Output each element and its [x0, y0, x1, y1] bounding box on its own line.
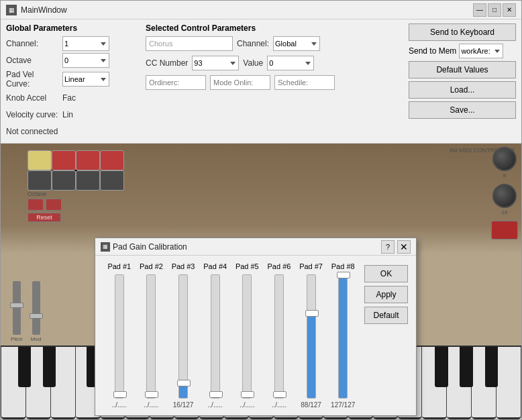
- pad4-label: Pad #4: [199, 262, 231, 270]
- knob-accel-row: Knob Accel Fac: [6, 91, 140, 105]
- default-button[interactable]: Default: [364, 307, 408, 324]
- pad3-slider[interactable]: [178, 274, 188, 399]
- right-action-buttons: Send to Keyboard Send to Mem workAre: De…: [409, 23, 516, 139]
- pad5-label: Pad #5: [231, 262, 264, 270]
- ok-button[interactable]: OK: [364, 265, 408, 282]
- pad7-slider[interactable]: [307, 274, 316, 399]
- send-to-mem-row: Send to Mem workAre:: [409, 44, 516, 58]
- pad7-value: 88/127: [301, 401, 321, 409]
- dialog-action-buttons: OK Apply Default: [364, 262, 408, 409]
- pad-sliders-section: Pad #1 Pad #2 Pad #3 Pad #4 Pad #5 Pad #…: [103, 262, 359, 409]
- pad5-slider-col: ../.....: [231, 274, 264, 409]
- pad2-slider-col: ../.....: [136, 274, 168, 409]
- pad1-slider[interactable]: [115, 274, 124, 399]
- top-panel: Global Parameters Channel: 123 Octave 01…: [1, 19, 521, 144]
- dialog-icon: ▦: [101, 242, 110, 252]
- pad3-slider-col: 16/127: [167, 274, 199, 409]
- velocity-row: Velocity curve: Lin: [6, 107, 140, 122]
- selected-control-title: Selected Control Parameters: [146, 23, 403, 33]
- mode-online-input[interactable]: [210, 75, 270, 90]
- velocity-label: Velocity curve:: [6, 110, 60, 119]
- pad6-value: ../.....: [272, 401, 286, 409]
- send-to-mem-select[interactable]: workAre:: [459, 44, 503, 58]
- content-area: Global Parameters Channel: 123 Octave 01…: [1, 19, 521, 419]
- value-label: Value: [243, 58, 263, 68]
- channel-sc-select[interactable]: Global1: [273, 36, 320, 51]
- pad3-value: 16/127: [173, 401, 194, 409]
- app-icon: ▦: [6, 5, 17, 15]
- pad-gain-dialog: ▦ Pad Gain Calibration ? ✕ Pad #1 Pad #2: [95, 238, 417, 416]
- pad2-value: ../.....: [144, 401, 158, 409]
- pad8-slider[interactable]: [338, 274, 348, 399]
- pad8-value: 127/127: [331, 401, 355, 409]
- pad3-label: Pad #3: [167, 262, 199, 270]
- pad8-slider-col: 127/127: [327, 274, 359, 409]
- window-controls: — □ ✕: [473, 3, 516, 17]
- apply-button[interactable]: Apply: [364, 286, 408, 303]
- pad-labels-row: Pad #1 Pad #2 Pad #3 Pad #4 Pad #5 Pad #…: [103, 262, 359, 270]
- channel-label: Channel:: [6, 39, 60, 48]
- dialog-title-bar: ▦ Pad Gain Calibration ? ✕: [95, 238, 416, 256]
- send-to-keyboard-button[interactable]: Send to Keyboard: [409, 23, 516, 41]
- selected-control-params: Selected Control Parameters Channel: Glo…: [146, 23, 403, 139]
- pad5-value: ../.....: [240, 401, 254, 409]
- connection-status: Not connected: [6, 127, 58, 136]
- ordinerc-input[interactable]: [146, 75, 206, 90]
- dialog-overlay: ▦ Pad Gain Calibration ? ✕ Pad #1 Pad #2: [1, 144, 521, 419]
- sliders-container: ../..... ../.....: [103, 274, 359, 409]
- control-name-row: Channel: Global1: [146, 36, 403, 51]
- dialog-content: Pad #1 Pad #2 Pad #3 Pad #4 Pad #5 Pad #…: [95, 256, 416, 415]
- pad2-label: Pad #2: [136, 262, 168, 270]
- knob-accel-value: Fac: [62, 93, 76, 103]
- main-body: Pedal WORLDE® Octave: [1, 144, 521, 419]
- mode-row: [146, 75, 403, 90]
- minimize-button[interactable]: —: [473, 3, 486, 17]
- connection-status-row: Not connected: [6, 124, 140, 139]
- main-window: ▦ MainWindow — □ ✕ Global Parameters Cha…: [0, 0, 522, 420]
- close-button[interactable]: ✕: [503, 3, 516, 17]
- pad6-label: Pad #6: [263, 262, 295, 270]
- octave-select[interactable]: 01-1: [62, 53, 109, 68]
- save-button[interactable]: Save...: [409, 101, 516, 119]
- velocity-value: Lin: [62, 110, 73, 119]
- pad1-label: Pad #1: [103, 262, 136, 270]
- pad7-slider-col: 88/127: [295, 274, 327, 409]
- pad-vel-select[interactable]: LinearCurve: [62, 72, 109, 87]
- pad-vel-label: Pad Vel Curve:: [6, 70, 60, 89]
- pad1-slider-col: ../.....: [103, 274, 136, 409]
- cc-number-row: CC Number 931 Value 01: [146, 56, 403, 70]
- channel-sc-label: Channel:: [237, 39, 269, 48]
- pad4-slider-col: ../.....: [199, 274, 231, 409]
- dialog-title: Pad Gain Calibration: [113, 242, 378, 252]
- global-parameters: Global Parameters Channel: 123 Octave 01…: [6, 23, 140, 139]
- dialog-help-button[interactable]: ?: [381, 240, 395, 254]
- channel-select[interactable]: 123: [62, 36, 109, 51]
- send-to-mem-label: Send to Mem: [409, 46, 456, 56]
- cc-number-label: CC Number: [146, 58, 188, 68]
- octave-row: Octave 01-1: [6, 53, 140, 68]
- channel-row: Channel: 123: [6, 36, 140, 51]
- pad4-value: ../.....: [208, 401, 223, 409]
- octave-label: Octave: [6, 56, 60, 65]
- pad-vel-row: Pad Vel Curve: LinearCurve: [6, 70, 140, 89]
- global-params-title: Global Parameters: [6, 23, 140, 33]
- load-button[interactable]: Load...: [409, 81, 516, 99]
- title-bar: ▦ MainWindow — □ ✕: [1, 1, 521, 19]
- pad6-slider-col: ../.....: [263, 274, 295, 409]
- pad2-slider[interactable]: [146, 274, 156, 399]
- schedule-input[interactable]: [274, 75, 335, 90]
- cc-number-select[interactable]: 931: [192, 56, 239, 70]
- default-values-button[interactable]: Default Values: [409, 61, 516, 78]
- value-select[interactable]: 01: [267, 56, 314, 70]
- dialog-close-button[interactable]: ✕: [397, 240, 411, 254]
- pad1-value: ../.....: [112, 401, 127, 409]
- pad7-label: Pad #7: [295, 262, 327, 270]
- knob-accel-label: Knob Accel: [6, 93, 60, 103]
- pad6-slider[interactable]: [274, 274, 284, 399]
- pad5-slider[interactable]: [242, 274, 252, 399]
- control-name-input[interactable]: [146, 36, 233, 51]
- window-title: MainWindow: [21, 5, 469, 15]
- maximize-button[interactable]: □: [488, 3, 501, 17]
- pad4-slider[interactable]: [211, 274, 220, 399]
- pad8-label: Pad #8: [327, 262, 359, 270]
